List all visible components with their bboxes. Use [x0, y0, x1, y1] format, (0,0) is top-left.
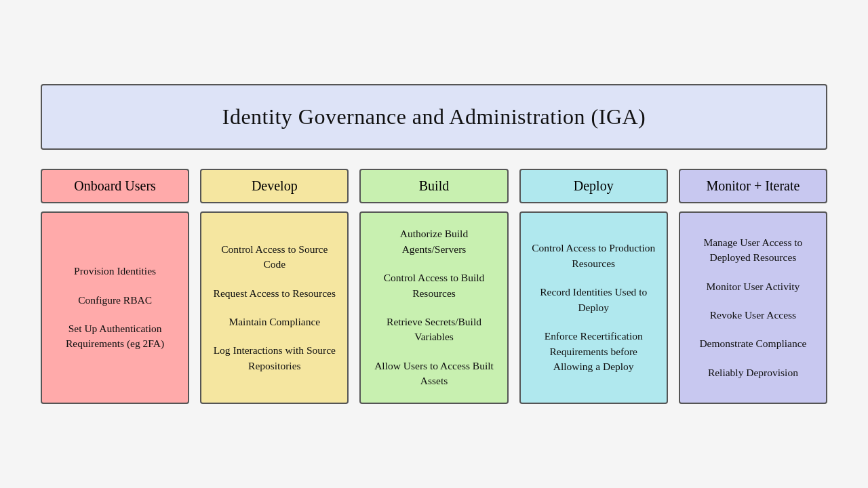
- col-body-deploy: Control Access to Production ResourcesRe…: [519, 211, 668, 404]
- list-item: Configure RBAC: [52, 293, 178, 308]
- col-body-monitor: Manage User Access to Deployed Resources…: [679, 211, 827, 404]
- list-item: Retrieve Secrets/Build Variables: [370, 314, 497, 345]
- list-item: Control Access to Source Code: [211, 242, 338, 272]
- column-build: BuildAuthorize Build Agents/ServersContr…: [359, 169, 508, 404]
- col-header-develop: Develop: [200, 169, 349, 203]
- col-header-deploy: Deploy: [519, 169, 668, 203]
- list-item: Set Up Authentication Requirements (eg 2…: [52, 321, 178, 352]
- col-header-monitor: Monitor + Iterate: [679, 169, 827, 203]
- col-body-onboard: Provision IdentitiesConfigure RBACSet Up…: [41, 211, 189, 404]
- diagram-wrapper: Identity Governance and Administration (…: [14, 64, 854, 424]
- columns-container: Onboard UsersProvision IdentitiesConfigu…: [41, 169, 827, 404]
- col-body-build: Authorize Build Agents/ServersControl Ac…: [359, 211, 508, 404]
- list-item: Manage User Access to Deployed Resources: [690, 235, 816, 266]
- column-onboard: Onboard UsersProvision IdentitiesConfigu…: [41, 169, 189, 404]
- list-item: Maintain Compliance: [211, 314, 338, 329]
- list-item: Monitor User Activity: [690, 279, 816, 294]
- list-item: Demonstrate Compliance: [690, 336, 816, 351]
- list-item: Enforce Recertification Requirements bef…: [530, 329, 657, 374]
- column-monitor: Monitor + IterateManage User Access to D…: [679, 169, 827, 404]
- column-deploy: DeployControl Access to Production Resou…: [519, 169, 668, 404]
- list-item: Log Interactions with Source Repositorie…: [211, 343, 338, 373]
- list-item: Authorize Build Agents/Servers: [370, 226, 497, 257]
- header-title: Identity Governance and Administration (…: [56, 104, 812, 129]
- list-item: Record Identities Used to Deploy: [530, 285, 657, 315]
- col-header-onboard: Onboard Users: [41, 169, 189, 203]
- list-item: Allow Users to Access Built Assets: [370, 359, 497, 389]
- header-box: Identity Governance and Administration (…: [41, 84, 827, 150]
- list-item: Control Access to Production Resources: [530, 241, 657, 271]
- list-item: Revoke User Access: [690, 308, 816, 323]
- column-develop: DevelopControl Access to Source CodeRequ…: [200, 169, 349, 404]
- list-item: Control Access to Build Resources: [370, 270, 497, 301]
- col-header-build: Build: [359, 169, 508, 203]
- list-item: Provision Identities: [52, 264, 178, 279]
- list-item: Request Access to Resources: [211, 286, 338, 301]
- list-item: Reliably Deprovision: [690, 365, 816, 380]
- col-body-develop: Control Access to Source CodeRequest Acc…: [200, 211, 349, 404]
